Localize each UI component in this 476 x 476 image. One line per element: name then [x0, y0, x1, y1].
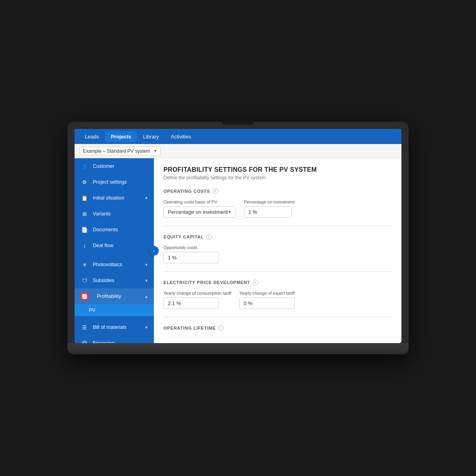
consumption-tariff-input[interactable] — [163, 298, 219, 309]
sidebar-sub-label: PV — [89, 307, 96, 313]
operating-costs-basis-label: Operating costs basis of PV — [163, 200, 236, 204]
sidebar-item-label: Deal flow — [93, 243, 113, 248]
sidebar-item-bill-of-materials[interactable]: ☰ Bill of materials ▼ — [75, 319, 154, 335]
tab-library[interactable]: Library — [138, 131, 165, 142]
chevron-right-icon: ▼ — [144, 263, 148, 267]
chevron-up-icon: ▲ — [144, 294, 148, 299]
tab-leads[interactable]: Leads — [79, 131, 104, 142]
sidebar-item-label: Financing — [93, 340, 114, 343]
export-tariff-label: Yearly change of export tariff — [239, 291, 295, 296]
select-value: Percentage on investment — [168, 209, 228, 215]
operating-costs-header: OPERATING COSTS i — [163, 188, 392, 194]
laptop-frame: Leads Projects Library Activities Exampl… — [67, 122, 409, 354]
sidebar-item-label: Documents — [93, 227, 118, 232]
sidebar-item-label: Initial situation — [93, 195, 124, 201]
sidebar-item-project-settings[interactable]: ⚙ Project settings — [75, 174, 154, 190]
variants-icon: ⊞ — [80, 209, 89, 218]
initial-icon: 📋 — [80, 194, 89, 202]
sidebar-item-photovoltaics[interactable]: ✳ Photovoltaics ▼ — [75, 257, 154, 273]
info-icon-operating-costs[interactable]: i — [213, 188, 218, 194]
laptop-base — [67, 343, 409, 354]
settings-icon: ⚙ — [80, 178, 89, 186]
operating-lifetime-header: OPERATING LIFETIME i — [163, 325, 392, 331]
electricity-price-row: Yearly change of consumption tariff Year… — [163, 291, 392, 309]
project-selector-value: Example – Standard PV system — [83, 148, 150, 154]
opportunity-costs-group: Opportunity costs — [163, 245, 219, 263]
sidebar-item-label: Bill of materials — [93, 324, 127, 330]
sidebar-item-subsidies[interactable]: 🛡 Subsidies ▼ — [75, 273, 154, 288]
chevron-right-icon: ▼ — [144, 325, 148, 330]
page-title: PROFITABILITY SETTINGS FOR THE PV SYSTEM — [163, 166, 392, 173]
sidebar-item-label: Photovoltaics — [93, 262, 122, 267]
profitability-icon: 📈 — [80, 292, 89, 301]
info-icon-lifetime[interactable]: i — [218, 325, 224, 331]
divider-1 — [163, 226, 392, 226]
divider-2 — [163, 271, 392, 272]
subsidies-icon: 🛡 — [80, 276, 89, 285]
project-selector[interactable]: Example – Standard PV system ▼ — [79, 147, 161, 155]
operating-costs-basis-select[interactable]: Percentage on investment ▼ — [163, 206, 236, 218]
sidebar-item-profitability[interactable]: 📈 Profitability ▲ — [75, 288, 154, 304]
sidebar-item-initial-situation[interactable]: 📋 Initial situation ▼ — [75, 190, 154, 206]
customer-icon: 👤 — [80, 162, 89, 171]
sidebar-item-deal-flow[interactable]: ↕ Deal flow — [75, 238, 154, 253]
operating-costs-basis-group: Operating costs basis of PV Percentage o… — [163, 200, 236, 218]
operating-costs-row: Operating costs basis of PV Percentage o… — [163, 200, 392, 218]
content-area: PROFITABILITY SETTINGS FOR THE PV SYSTEM… — [154, 158, 401, 343]
percentage-on-investment-label: Percentage on investment — [244, 200, 295, 204]
project-bar: Example – Standard PV system ▼ — [75, 144, 401, 158]
export-tariff-group: Yearly change of export tariff — [239, 291, 295, 309]
divider-3 — [163, 317, 392, 317]
sidebar-item-label: Subsidies — [93, 278, 114, 283]
electricity-price-header: ELECTRICITY PRICE DEVELOPMENT i — [163, 280, 392, 285]
chevron-down-icon: ▼ — [153, 149, 157, 153]
main-layout: 👤 Customer ⚙ Project settings 📋 Initial … — [75, 158, 401, 343]
equity-capital-row: Opportunity costs — [163, 245, 392, 263]
consumption-tariff-label: Yearly change of consumption tariff — [163, 291, 231, 296]
laptop-screen: Leads Projects Library Activities Exampl… — [75, 129, 401, 343]
sidebar: 👤 Customer ⚙ Project settings 📋 Initial … — [75, 158, 154, 343]
page-subtitle: Define the profitability settings for th… — [163, 175, 392, 180]
percentage-on-investment-input[interactable] — [244, 206, 292, 218]
sidebar-item-documents[interactable]: 📄 Documents — [75, 222, 154, 238]
documents-icon: 📄 — [80, 225, 89, 234]
sidebar-item-label: Profitability — [97, 294, 121, 299]
percentage-on-investment-group: Percentage on investment — [244, 200, 295, 218]
chevron-right-icon: ▼ — [144, 196, 148, 200]
sidebar-collapse-button[interactable]: ‹ — [149, 246, 159, 255]
export-tariff-input[interactable] — [239, 298, 295, 309]
sidebar-sub-item-pv[interactable]: PV — [75, 304, 154, 316]
bom-icon: ☰ — [80, 323, 89, 332]
photovoltaics-icon: ✳ — [80, 260, 89, 269]
select-arrow-icon: ▼ — [228, 210, 232, 214]
top-navigation: Leads Projects Library Activities — [75, 129, 401, 144]
tab-projects[interactable]: Projects — [105, 131, 136, 142]
equity-capital-header: EQUITY CAPITAL i — [163, 234, 392, 240]
consumption-tariff-group: Yearly change of consumption tariff — [163, 291, 231, 309]
chevron-right-icon: ▼ — [144, 278, 148, 283]
sidebar-item-label: Project settings — [93, 179, 127, 185]
opportunity-costs-input[interactable] — [163, 252, 219, 263]
laptop-notch — [222, 122, 254, 125]
sidebar-item-customer[interactable]: 👤 Customer — [75, 158, 154, 174]
sidebar-item-label: Customer — [93, 163, 114, 169]
tab-activities[interactable]: Activities — [165, 131, 196, 142]
financing-icon: 🏦 — [80, 339, 89, 343]
sidebar-item-financing[interactable]: 🏦 Financing — [75, 335, 154, 343]
sidebar-item-label: Variants — [93, 211, 111, 217]
info-icon-equity[interactable]: i — [206, 234, 212, 240]
sidebar-item-variants[interactable]: ⊞ Variants — [75, 206, 154, 222]
info-icon-electricity[interactable]: i — [253, 280, 258, 285]
dealflow-icon: ↕ — [80, 241, 89, 250]
opportunity-costs-label: Opportunity costs — [163, 245, 219, 250]
